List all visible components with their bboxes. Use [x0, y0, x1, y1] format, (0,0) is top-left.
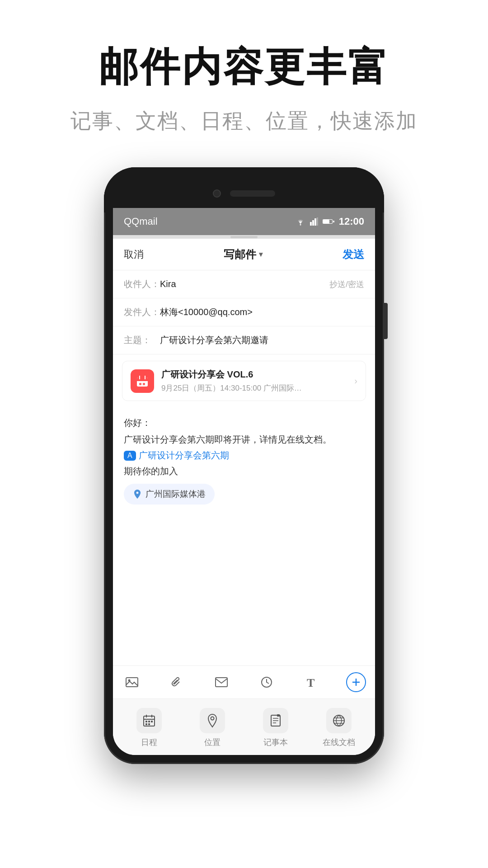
- svg-rect-4: [317, 217, 318, 226]
- recipient-field: 收件人： Kira 抄送/密送: [113, 270, 375, 298]
- sender-label: 发件人：: [124, 306, 160, 318]
- event-chevron-icon: ›: [354, 376, 357, 386]
- email-icon[interactable]: [211, 672, 231, 692]
- image-icon[interactable]: [122, 672, 142, 692]
- calendar-icon: [136, 374, 149, 388]
- svg-rect-14: [139, 383, 141, 385]
- toolbar: T: [113, 665, 375, 698]
- location-bottom-icon: [200, 708, 225, 733]
- event-title: 广研设计分享会 VOL.6: [161, 368, 347, 381]
- sender-value[interactable]: 林海<10000@qq.com>: [160, 306, 364, 318]
- svg-rect-18: [216, 678, 227, 687]
- email-body[interactable]: 你好： 广研设计分享会第六期即将开讲，详情见在线文档。 A 广研设计分享会第六期…: [113, 407, 375, 665]
- phone-side-button: [384, 303, 388, 339]
- bottom-item-online-doc[interactable]: 在线文档: [307, 708, 371, 748]
- text-format-icon[interactable]: T: [301, 672, 321, 692]
- event-calendar-icon: [131, 369, 154, 393]
- status-bar: QQmail: [113, 208, 375, 235]
- add-button[interactable]: [346, 672, 366, 692]
- clock-icon[interactable]: [257, 672, 277, 692]
- header-section: 邮件内容更丰富 记事、文档、日程、位置，快速添加: [0, 0, 488, 162]
- cc-bcc-button[interactable]: 抄送/密送: [329, 279, 364, 290]
- notepad-label: 记事本: [263, 737, 288, 748]
- svg-rect-16: [126, 678, 138, 687]
- phone-speaker: [230, 190, 275, 197]
- compose-title: 写邮件 ▾: [224, 247, 263, 262]
- phone-shell: QQmail: [104, 167, 384, 764]
- online-doc-bottom-icon: [326, 708, 352, 733]
- bottom-item-calendar[interactable]: 日程: [117, 708, 181, 748]
- bottom-bar: 日程 位置: [113, 698, 375, 755]
- svg-rect-1: [310, 222, 312, 226]
- location-name: 广州国际媒体港: [145, 488, 206, 500]
- online-doc-label: 在线文档: [323, 737, 355, 748]
- svg-rect-8: [333, 221, 334, 222]
- sender-field: 发件人： 林海<10000@qq.com>: [113, 298, 375, 326]
- attachment-icon[interactable]: [167, 672, 187, 692]
- subject-value[interactable]: 广研设计分享会第六期邀请: [160, 334, 364, 346]
- phone-screen: QQmail: [113, 208, 375, 755]
- calendar-label: 日程: [141, 737, 157, 748]
- event-card[interactable]: 广研设计分享会 VOL.6 9月25日（周五）14:30-15:00 广州国际……: [122, 361, 366, 401]
- battery-icon: [323, 218, 334, 225]
- event-details: 9月25日（周五）14:30-15:00 广州国际…: [161, 383, 347, 393]
- location-label: 位置: [204, 737, 221, 748]
- bottom-item-notepad[interactable]: 记事本: [244, 708, 307, 748]
- chevron-down-icon: ▾: [259, 250, 263, 259]
- status-icons: 12:00: [296, 216, 364, 227]
- calendar-bottom-icon: [136, 708, 162, 733]
- location-tag[interactable]: 广州国际媒体港: [124, 484, 215, 505]
- send-button[interactable]: 发送: [343, 247, 364, 262]
- svg-rect-28: [148, 721, 150, 722]
- doc-link[interactable]: 广研设计分享会第六期: [139, 449, 229, 462]
- doc-badge-icon: A: [127, 452, 132, 460]
- bottom-item-location[interactable]: 位置: [181, 708, 244, 748]
- sub-title: 记事、文档、日程、位置，快速添加: [0, 107, 488, 135]
- phone-notch: [104, 167, 384, 212]
- signal-icon: [310, 217, 318, 226]
- doc-badge: A: [124, 451, 136, 461]
- recipient-label: 收件人：: [124, 278, 160, 290]
- body-greeting: 你好：: [124, 415, 364, 430]
- svg-text:T: T: [307, 677, 314, 688]
- pin-svg: [133, 489, 142, 499]
- status-time: 12:00: [339, 216, 364, 227]
- body-line-1: 广研设计分享会第六期即将开讲，详情见在线文档。: [124, 434, 364, 446]
- pull-indicator: [113, 235, 375, 239]
- cancel-button[interactable]: 取消: [124, 248, 144, 261]
- svg-point-0: [300, 224, 301, 226]
- main-title: 邮件内容更丰富: [0, 45, 488, 89]
- phone-camera: [213, 189, 221, 198]
- phone-mockup: QQmail: [104, 167, 384, 764]
- svg-rect-27: [145, 721, 147, 722]
- svg-rect-11: [137, 379, 148, 381]
- email-compose-screen: 取消 写邮件 ▾ 发送 收件人： Kira 抄送/密送 发件人： 林海<10: [113, 239, 375, 755]
- pull-bar: [230, 236, 258, 238]
- svg-rect-30: [145, 723, 147, 725]
- body-ending: 期待你的加入: [124, 465, 364, 477]
- svg-rect-2: [312, 220, 314, 226]
- svg-rect-29: [151, 721, 153, 722]
- svg-rect-15: [143, 383, 145, 385]
- svg-rect-7: [323, 220, 329, 223]
- location-pin-icon: [133, 489, 142, 499]
- compose-nav: 取消 写邮件 ▾ 发送: [113, 239, 375, 270]
- recipient-value[interactable]: Kira: [160, 279, 329, 289]
- notepad-bottom-icon: [263, 708, 288, 733]
- subject-field: 主题： 广研设计分享会第六期邀请: [113, 326, 375, 354]
- svg-rect-36: [277, 714, 280, 717]
- svg-rect-31: [148, 723, 150, 725]
- svg-rect-3: [314, 218, 316, 226]
- status-app-name: QQmail: [124, 216, 158, 227]
- subject-label: 主题：: [124, 334, 160, 346]
- event-info: 广研设计分享会 VOL.6 9月25日（周五）14:30-15:00 广州国际…: [161, 368, 347, 393]
- body-line-doc: A 广研设计分享会第六期: [124, 449, 364, 462]
- wifi-icon: [296, 217, 305, 226]
